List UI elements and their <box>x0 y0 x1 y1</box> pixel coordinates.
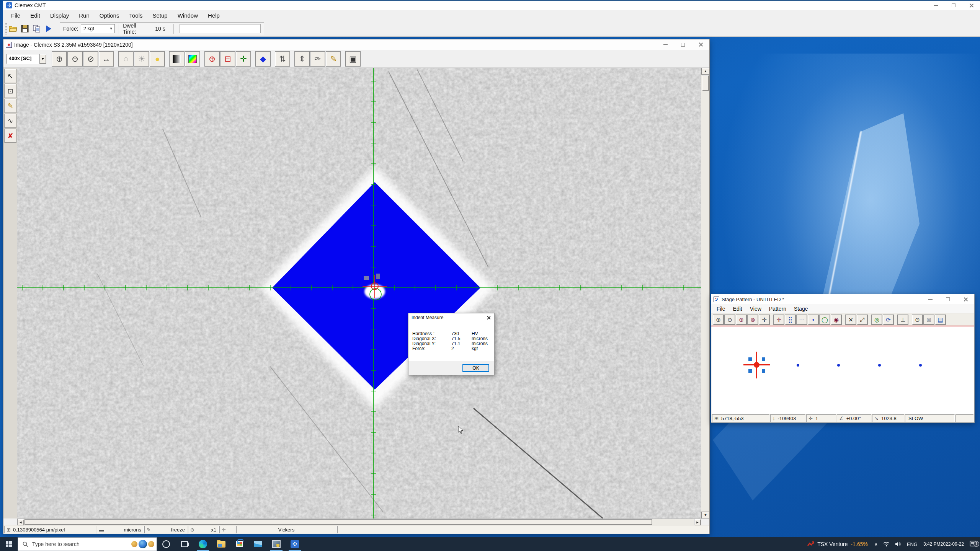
stage-close-button[interactable] <box>957 294 974 304</box>
taskbar-item-mail[interactable] <box>249 537 267 551</box>
taskbar-item-edge[interactable] <box>194 537 212 551</box>
taskbar-item-task-view[interactable] <box>175 537 194 551</box>
menu-item-run[interactable]: Run <box>74 11 95 20</box>
delete-point-button[interactable]: ✕ <box>845 315 856 325</box>
light-bulb-button[interactable]: ● <box>150 51 165 67</box>
notification-center-button[interactable]: 1 <box>967 541 980 548</box>
pointer-tool-button[interactable]: ↖ <box>4 69 16 83</box>
menu-item-view[interactable]: View <box>746 305 765 313</box>
scroll-down-icon[interactable]: ▼ <box>701 512 710 518</box>
menu-item-pattern[interactable]: Pattern <box>765 305 790 313</box>
menu-item-edit[interactable]: Edit <box>25 11 45 20</box>
pattern-cycle-button[interactable]: ⟳ <box>883 315 894 325</box>
comment-field[interactable] <box>180 24 261 33</box>
pattern-point[interactable] <box>797 364 799 367</box>
copy-button[interactable] <box>31 23 42 34</box>
hand-measure-button[interactable]: ✑ <box>310 51 325 67</box>
add-point-button[interactable]: ✛ <box>773 315 784 325</box>
scan-button[interactable]: ⊙ <box>912 315 923 325</box>
image-maximize-button[interactable] <box>674 39 692 50</box>
menu-item-stage[interactable]: Stage <box>790 305 812 313</box>
volume-button[interactable] <box>892 541 904 547</box>
stage-maximize-button[interactable] <box>939 294 957 304</box>
minimize-button[interactable] <box>927 1 945 10</box>
dialog-close-button[interactable] <box>483 313 494 322</box>
color-lut-button[interactable] <box>185 51 200 67</box>
zoom-out-button[interactable]: ⊖ <box>67 51 83 67</box>
add-line-button[interactable]: ⋯ <box>796 315 807 325</box>
edit-pen-button[interactable]: ✎ <box>326 51 341 67</box>
force-select[interactable]: 2 kgf ▾ <box>81 24 115 33</box>
indent-line-button[interactable]: ⊟ <box>220 51 235 67</box>
stage-titlebar[interactable]: Stage Pattern - UNTITLED * <box>711 294 974 304</box>
joystick-button[interactable]: ⊥ <box>897 315 908 325</box>
stage-pattern-canvas[interactable] <box>712 326 974 414</box>
active-pattern-point[interactable] <box>743 352 770 378</box>
menu-item-display[interactable]: Display <box>45 11 74 20</box>
dialog-titlebar[interactable]: Indent Measure <box>408 313 494 322</box>
snapshot-button[interactable]: ▣ <box>345 51 361 67</box>
select-region-button[interactable]: ⊡ <box>4 84 16 98</box>
full-extent-button[interactable]: ⤢ <box>857 315 868 325</box>
zoom-points-button[interactable]: ⊛ <box>747 315 758 325</box>
add-grid-button[interactable]: ⣿ <box>785 315 796 325</box>
taskbar-item-microsoft-store[interactable] <box>230 537 249 551</box>
sort-indents-button[interactable]: ⇅ <box>275 51 290 67</box>
ellipse-tool-button[interactable]: ◎ <box>871 315 882 325</box>
start-button[interactable] <box>0 537 18 551</box>
taskbar-item-clemex-cmt[interactable]: ✣ <box>286 537 304 551</box>
wifi-button[interactable] <box>880 541 892 547</box>
measure-diagonal-button[interactable]: ⇕ <box>294 51 310 67</box>
menu-item-setup[interactable]: Setup <box>147 11 172 20</box>
image-window-titlebar[interactable]: Image - Clemex S3 2.35M #1593849 [1920x1… <box>3 39 709 50</box>
add-ellipse-button[interactable]: ◯ <box>819 315 830 325</box>
add-dot-button[interactable]: • <box>808 315 819 325</box>
close-button[interactable] <box>962 1 980 10</box>
menu-item-tools[interactable]: Tools <box>124 11 147 20</box>
taskbar-item-cmt-image-viewer[interactable] <box>267 537 286 551</box>
pattern-point[interactable] <box>919 364 922 367</box>
tray-expand-button[interactable]: ∧ <box>872 541 880 547</box>
stage-crosshair-button[interactable]: ✛ <box>236 51 251 67</box>
pattern-props-button[interactable]: ▤ <box>935 315 946 325</box>
zoom-window-button[interactable]: ⊘ <box>83 51 98 67</box>
stock-ticker-widget[interactable]: TSX Venture -1.65% <box>804 541 872 547</box>
menu-item-window[interactable]: Window <box>173 11 203 20</box>
maximize-button[interactable] <box>945 1 962 10</box>
stage-minimize-button[interactable] <box>921 294 939 304</box>
menu-item-help[interactable]: Help <box>203 11 225 20</box>
clock[interactable]: 3:42 PM 2022-09-22 <box>920 541 967 547</box>
grid-off-button[interactable]: ⊠ <box>923 315 934 325</box>
open-button[interactable] <box>8 23 18 34</box>
menu-item-file[interactable]: File <box>6 11 25 20</box>
scroll-left-icon[interactable]: ◄ <box>17 519 24 526</box>
grayscale-lut-button[interactable] <box>169 51 185 67</box>
taskbar-item-cortana[interactable] <box>157 537 175 551</box>
ok-button[interactable]: OK <box>462 364 489 372</box>
horizontal-scroll-thumb[interactable] <box>24 519 652 525</box>
menu-item-edit[interactable]: Edit <box>729 305 746 313</box>
image-close-button[interactable] <box>692 39 709 50</box>
add-donut-button[interactable]: ◉ <box>831 315 842 325</box>
measure-tool-button[interactable]: ∿ <box>4 114 16 128</box>
zoom-in-button[interactable]: ⊕ <box>52 51 67 67</box>
magnification-select[interactable]: 400x [SC] ▼ <box>7 54 46 64</box>
taskbar-item-file-explorer[interactable] <box>212 537 230 551</box>
taskbar-search[interactable]: Type here to search <box>18 537 157 551</box>
scroll-up-icon[interactable]: ▲ <box>701 68 710 75</box>
horizontal-scrollbar[interactable]: ◄ ► <box>17 518 701 525</box>
pattern-point[interactable] <box>878 364 881 367</box>
run-button[interactable] <box>43 23 54 34</box>
vertical-scrollbar[interactable]: ▲ ▼ <box>701 68 709 518</box>
menu-item-file[interactable]: File <box>713 305 729 313</box>
menu-item-options[interactable]: Options <box>95 11 124 20</box>
image-minimize-button[interactable] <box>657 39 674 50</box>
diamond-indent-button[interactable]: ◆ <box>255 51 271 67</box>
scroll-right-icon[interactable]: ► <box>694 519 701 526</box>
zoom-point-button[interactable]: ⊕ <box>736 315 747 325</box>
fit-width-button[interactable]: ↔ <box>99 51 114 67</box>
zoom-out-button[interactable]: ⊖ <box>724 315 735 325</box>
save-button[interactable] <box>20 23 30 34</box>
delete-tool-button[interactable]: ✘ <box>4 129 16 143</box>
mask-circle-button[interactable]: ◌ <box>118 51 134 67</box>
